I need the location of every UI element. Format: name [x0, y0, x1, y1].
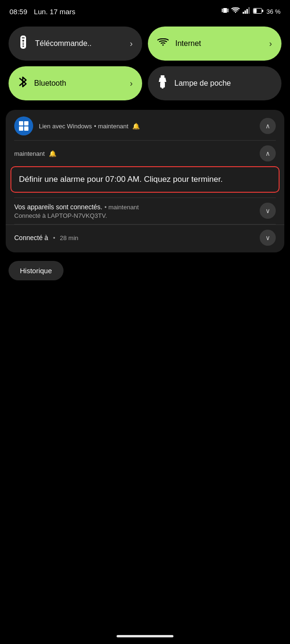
- tile-bluetooth-chevron: ›: [130, 79, 133, 89]
- internet-wifi-icon: [157, 37, 169, 50]
- svg-point-12: [22, 40, 24, 42]
- svg-rect-6: [248, 7, 250, 14]
- svg-rect-11: [22, 37, 25, 38]
- tile-internet[interactable]: Internet ›: [148, 27, 281, 61]
- battery-icon: [253, 7, 263, 16]
- notif-connected-expand-button[interactable]: ∨: [260, 203, 276, 219]
- notif-connected-to-bullet: •: [53, 234, 57, 242]
- svg-rect-4: [245, 10, 246, 14]
- notif-connected-devices[interactable]: Vos appareils sont connectés. • maintena…: [6, 198, 284, 224]
- home-indicator: [117, 635, 173, 637]
- tile-lampe-label: Lampe de poche: [174, 79, 272, 88]
- svg-rect-2: [227, 9, 228, 12]
- svg-rect-16: [161, 75, 164, 78]
- signal-icon: [243, 7, 250, 16]
- notif-sub-header: maintenant 🔔 ∧: [6, 141, 284, 164]
- svg-rect-23: [24, 126, 28, 131]
- notif-app-name: Lien avec Windows: [39, 123, 92, 130]
- notif-connected-title: Vos appareils sont connectés.: [14, 203, 102, 211]
- svg-rect-18: [160, 82, 165, 88]
- bluetooth-icon: [18, 75, 27, 91]
- tile-internet-label: Internet: [175, 39, 263, 48]
- notif-header-time: •: [94, 123, 98, 130]
- vibrate-icon: [222, 7, 228, 16]
- historique-button[interactable]: Historique: [9, 261, 63, 280]
- notif-sub-collapse-button[interactable]: ∧: [260, 145, 276, 161]
- app-icon-lien-windows: [14, 116, 33, 135]
- notifications-container: Lien avec Windows • maintenant 🔔 ∧ maint…: [6, 110, 284, 252]
- wifi-icon: [231, 7, 240, 16]
- tile-bluetooth[interactable]: Bluetooth ›: [9, 66, 142, 100]
- notif-connected-time: •: [104, 204, 108, 211]
- status-icons: 36 %: [222, 7, 281, 16]
- svg-rect-0: [223, 8, 227, 13]
- notif-connected-to-label: Connecté à: [14, 234, 48, 242]
- notif-alarm[interactable]: Définir une alarme pour 07:00 AM. Clique…: [10, 166, 280, 193]
- svg-rect-9: [262, 10, 263, 12]
- notif-bell-icon: 🔔: [132, 123, 140, 130]
- notif-connected-to-expand-button[interactable]: ∨: [260, 230, 276, 246]
- notif-connected-to[interactable]: Connecté à • 28 min ∨: [6, 224, 284, 252]
- notif-connected-time-value: maintenant: [109, 204, 139, 211]
- status-bar: 08:59 Lun. 17 mars: [0, 0, 290, 21]
- tile-internet-chevron: ›: [269, 39, 272, 49]
- tile-telecommande-chevron: ›: [130, 39, 133, 49]
- svg-marker-17: [159, 78, 166, 82]
- notif-group-header: Lien avec Windows • maintenant 🔔 ∧: [6, 110, 284, 140]
- flashlight-icon: [157, 75, 168, 91]
- notif-alarm-text: Définir une alarme pour 07:00 AM. Clique…: [19, 175, 223, 184]
- svg-rect-20: [19, 121, 23, 125]
- status-date: Lun. 17 mars: [34, 8, 76, 16]
- battery-text: 36 %: [266, 8, 281, 15]
- svg-rect-15: [23, 46, 24, 47]
- notif-header-time-value: maintenant: [98, 123, 128, 130]
- notif-sub-time: maintenant: [14, 150, 45, 157]
- quick-tiles: Télécommande.. › Internet › Bluetooth ›: [0, 21, 290, 106]
- remote-icon: [18, 36, 28, 52]
- notif-collapse-button[interactable]: ∧: [260, 118, 276, 134]
- tile-telecommande-label: Télécommande..: [35, 39, 123, 48]
- svg-rect-21: [24, 121, 28, 125]
- tile-bluetooth-label: Bluetooth: [34, 79, 123, 88]
- tile-lampe[interactable]: Lampe de poche: [148, 66, 281, 100]
- svg-rect-5: [246, 9, 248, 14]
- notif-connected-subtitle: Connecté à LAPTOP-N7VKQ3TV.: [14, 212, 260, 219]
- notif-connected-to-time: 28 min: [60, 234, 78, 242]
- svg-rect-19: [162, 88, 163, 89]
- notif-sub-bell: 🔔: [49, 150, 56, 157]
- svg-rect-14: [23, 45, 24, 45]
- svg-rect-1: [222, 9, 223, 12]
- svg-rect-13: [23, 43, 24, 44]
- svg-rect-8: [254, 9, 257, 13]
- tile-telecommande[interactable]: Télécommande.. ›: [9, 27, 142, 61]
- status-time: 08:59: [9, 8, 27, 16]
- svg-rect-22: [19, 126, 23, 131]
- svg-rect-3: [243, 12, 244, 14]
